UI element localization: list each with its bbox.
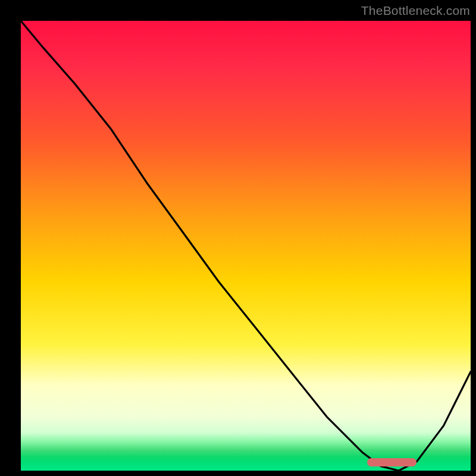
bottleneck-curve <box>21 21 471 471</box>
chart-frame: TheBottleneck.com <box>0 0 476 476</box>
optimal-marker <box>367 458 416 466</box>
plot-area <box>21 21 471 471</box>
curve-path <box>21 21 471 471</box>
watermark-text: TheBottleneck.com <box>361 4 470 18</box>
